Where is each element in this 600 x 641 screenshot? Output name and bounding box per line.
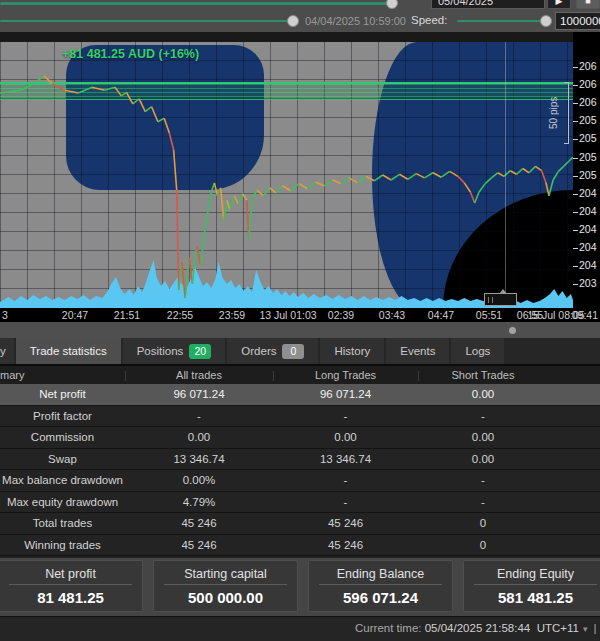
price-chart[interactable]: +81 481.25 AUD (+16%) 50 pips 2062062062… [0,32,600,322]
time-slider-track[interactable] [0,20,294,22]
stop-icon: ■ [585,0,590,6]
candle-segment [471,192,475,203]
progress-slider-track[interactable] [0,2,392,5]
candle-segment [333,180,341,184]
candle-segment [517,169,523,175]
table-row[interactable]: Swap13 346.7413 346.740.00 [0,449,600,471]
time-slider-handle[interactable] [287,15,299,27]
candle-segment [441,171,449,177]
candle-segment [65,90,79,93]
tab-logs[interactable]: Logs [451,338,504,364]
scroll-dot[interactable] [509,327,516,334]
price-tick-label: 203 [573,277,597,289]
time-tick-label: 04:47 [428,309,454,321]
price-tick-label: 204 [573,241,597,253]
price-axis[interactable]: 206206206205205205205204204204204204203 [573,32,600,322]
row-label: Commission [0,431,125,443]
tab-partial-left[interactable]: y [0,338,14,364]
tab-partial-label: y [0,345,6,357]
bottom-panel-tabs: y Trade statisticsPositions20Orders0Hist… [0,338,600,366]
play-button[interactable]: ▶ [547,0,571,9]
candle-segment [433,173,441,177]
row-value: 0.00% [125,474,273,486]
speed-slider-handle[interactable] [540,15,552,27]
chart-scrollbar-thumb[interactable] [484,293,517,306]
table-row[interactable]: Winning trades45 24645 2460 [0,535,600,557]
row-value: 0.00 [125,431,273,443]
candle-segment [224,200,227,220]
play-icon: ▶ [556,0,563,6]
tab-count-badge: 20 [189,344,211,359]
candle-segment [374,175,382,181]
candle-segment [177,190,179,290]
card-title: Net profit [9,564,132,585]
progress-slider-handle[interactable] [386,0,398,9]
date-input[interactable] [431,0,545,9]
candle-segment [158,118,164,122]
time-axis[interactable]: 320:4721:5122:5523:5913 Jul 01:0302:3903… [0,308,600,322]
chart-scroll-strip[interactable] [0,322,600,338]
tab-history[interactable]: History [320,338,384,364]
card-value: 500 000.00 [154,585,297,610]
summary-card-net-profit: Net profit81 481.25 [0,560,143,612]
summary-card-ending-equity: Ending Equity581 481.25 [463,560,600,612]
time-tick-label: 13 Jul 01:03 [259,309,316,321]
price-tick-label: 204 [573,223,597,235]
candle-segment [243,194,247,201]
table-row[interactable]: Net profit96 071.2496 071.240.00 [0,384,600,406]
timezone-value[interactable]: UTC+11 [537,622,579,634]
speed-label: Speed: [411,14,447,26]
row-value: - [418,410,548,422]
candle-segment [205,210,208,229]
tab-label: Logs [465,345,490,357]
speed-input[interactable] [555,12,600,30]
candle-segment [549,180,553,196]
status-bar: Current time: 05/04/2025 21:58:44 UTC+11… [0,616,600,641]
candle-segment [197,246,201,265]
table-row[interactable]: Total trades45 24645 2460 [0,513,600,535]
candle-segment [450,171,458,176]
table-row[interactable]: Max balance drawdown0.00%-- [0,470,600,492]
tab-trade-statistics[interactable]: Trade statistics [16,338,121,364]
time-tick-label: 09:41 [572,309,598,321]
pips-bracket [564,82,569,144]
chevron-down-icon[interactable]: ▾ [583,624,588,634]
row-value: - [418,474,548,486]
card-value: 581 481.25 [464,585,600,610]
price-tick-label: 205 [573,151,597,163]
candle-segment [249,198,252,240]
row-label: Total trades [0,517,125,529]
candle-segment [115,87,121,96]
candle-segment [546,182,549,196]
table-row[interactable]: Profit factor--- [0,406,600,428]
row-value: 45 246 [273,539,418,551]
candle-segment [21,84,34,91]
candle-segment [299,184,307,189]
table-row[interactable]: Max equity drawdown4.79%-- [0,492,600,514]
tab-count-badge: 0 [282,344,304,359]
speed-slider-track[interactable] [457,20,547,22]
stop-button[interactable]: ■ [576,0,600,9]
candle-segment [264,188,270,196]
time-tick-label: 21:51 [114,309,140,321]
candle-segment [276,186,282,193]
row-value: 0 [418,517,548,529]
tab-positions[interactable]: Positions20 [123,338,226,364]
candle-segment [238,194,242,204]
candle-segment [127,92,133,104]
candle-segment [553,171,558,180]
row-value: - [273,496,418,508]
price-tick-label: 205 [573,114,597,126]
row-value: 0.00 [418,431,548,443]
table-row[interactable]: Commission0.000.000.00 [0,427,600,449]
summary-card-starting-capital: Starting capital500 000.00 [153,560,298,612]
row-value: 4.79% [125,496,273,508]
price-tick-label: 204 [573,205,597,217]
tab-events[interactable]: Events [386,338,449,364]
candle-segment [78,87,92,93]
tab-orders[interactable]: Orders0 [227,338,318,364]
candle-segment [498,173,504,177]
trade-statistics-table: maryAll tradesLong TradesShort Trades Ne… [0,366,600,558]
candle-segment [214,183,217,196]
chart-plot-area[interactable]: +81 481.25 AUD (+16%) 50 pips [0,42,573,308]
